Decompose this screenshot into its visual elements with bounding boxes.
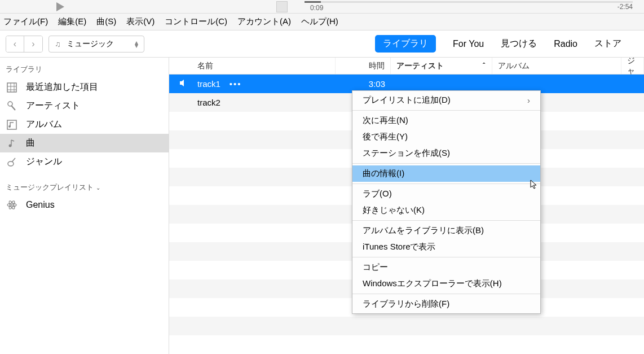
progress-bar[interactable] [305,1,633,3]
col-album[interactable]: アルバム [492,58,621,74]
sidebar-item-songs[interactable]: 曲 [0,134,169,152]
sidebar-item-recently-added[interactable]: 最近追加した項目 [0,78,169,97]
sidebar-item-albums[interactable]: アルバム [0,115,169,134]
chevron-right-icon: › [32,39,34,49]
col-name[interactable]: 名前 [169,58,336,74]
chevron-left-icon: ‹ [14,39,16,49]
sidebar-item-label: 最近追加した項目 [26,81,98,93]
atom-icon [6,199,18,211]
play-icon[interactable] [56,2,64,11]
category-label: ミュージック [67,39,114,49]
svg-rect-0 [7,83,16,92]
cm-play-next[interactable]: 次に再生(N) [352,112,540,129]
tab-library[interactable]: ライブラリ [375,35,436,53]
svg-point-10 [8,161,14,166]
svg-point-15 [11,204,13,206]
elapsed-time: 0:09 [310,4,323,12]
menu-file[interactable]: ファイル(F) [3,16,48,27]
sidebar-item-label: アルバム [26,119,62,130]
sidebar: ライブラリ 最近追加した項目 アーティスト アルバム 曲 ジャンル ミュージック… [0,58,169,354]
cm-separator [352,183,540,184]
sidebar-item-genius[interactable]: Genius [0,196,169,214]
cm-show-explorer[interactable]: Windowsエクスプローラーで表示(H) [352,276,540,292]
cm-create-station[interactable]: ステーションを作成(S) [352,145,540,161]
remaining-time: -2:54 [617,3,633,11]
cm-dislike[interactable]: 好きじゃない(K) [352,202,540,218]
svg-line-6 [11,106,15,110]
cm-separator [352,110,540,111]
menu-edit[interactable]: 編集(E) [58,16,86,27]
tab-for-you[interactable]: For You [453,39,484,49]
context-menu: プレイリストに追加(D) › 次に再生(N) 後で再生(Y) ステーションを作成… [352,90,541,314]
chevron-right-icon: › [527,95,530,105]
svg-point-9 [9,144,12,147]
sort-ascending-icon: ˆ [483,62,485,70]
sidebar-item-artists[interactable]: アーティスト [0,97,169,115]
guitar-icon [6,156,18,168]
category-selector[interactable]: ♫ ミュージック ▴▾ [48,36,144,53]
menu-controls[interactable]: コントロール(C) [165,16,227,27]
table-row[interactable] [169,317,644,335]
menu-account[interactable]: アカウント(A) [237,16,291,27]
music-note-icon: ♫ [55,40,61,49]
menu-bar: ファイル(F) 編集(E) 曲(S) 表示(V) コントロール(C) アカウント… [0,14,644,30]
cm-show-store[interactable]: iTunes Storeで表示 [352,239,540,255]
album-art-mini[interactable] [276,1,288,12]
cell-name: track1••• [169,79,336,89]
back-button[interactable]: ‹ [6,36,24,52]
toolbar: ‹ › ♫ ミュージック ▴▾ ライブラリ For You 見つける Radio… [0,30,644,58]
cm-copy[interactable]: コピー [352,259,540,276]
menu-song[interactable]: 曲(S) [96,16,116,27]
forward-button[interactable]: › [24,36,42,52]
cm-separator [352,163,540,164]
updown-icon: ▴▾ [135,41,138,47]
menu-view[interactable]: 表示(V) [126,16,155,27]
progress-fill [305,1,321,3]
column-headers: 名前 時間 アーティスト ˆ アルバム ジャ [169,58,644,75]
col-time[interactable]: 時間 [336,58,391,74]
grid-icon [6,82,18,93]
chevron-down-icon: ⌄ [96,185,100,191]
tab-browse[interactable]: 見つける [501,38,537,50]
col-artist[interactable]: アーティスト ˆ [391,58,492,74]
tab-store[interactable]: ストア [594,38,621,50]
sidebar-item-label: 曲 [26,137,35,149]
cm-separator [352,257,540,257]
svg-point-8 [8,125,11,128]
player-bar: 0:09 -2:54 [0,0,644,14]
cm-show-album[interactable]: アルバムをライブラリに表示(B) [352,222,540,239]
cm-love[interactable]: ラブ(O) [352,186,540,202]
sidebar-library-header: ライブラリ [0,61,169,78]
cm-song-info[interactable]: 曲の情報(I) [352,165,540,182]
tab-radio[interactable]: Radio [554,39,577,49]
track-name: track1 [197,79,220,89]
table-row[interactable] [169,335,644,354]
nav-buttons: ‹ › [6,36,43,53]
mic-icon [6,100,18,112]
speaker-icon [179,79,188,89]
cm-delete[interactable]: ライブラリから削除(F) [352,296,540,312]
album-icon [6,119,18,130]
cell-name: track2 [169,98,336,107]
more-icon[interactable]: ••• [230,79,242,89]
main-tabs: ライブラリ For You 見つける Radio ストア [375,35,638,53]
cm-play-later[interactable]: 後で再生(Y) [352,129,540,145]
sidebar-playlists-header[interactable]: ミュージックプレイリスト ⌄ [0,179,169,196]
track-name: track2 [197,98,220,107]
svg-rect-7 [7,120,16,129]
cm-separator [352,294,540,294]
menu-help[interactable]: ヘルプ(H) [301,16,338,27]
cm-separator [352,220,540,221]
col-genre[interactable]: ジャ [621,58,644,74]
sidebar-item-genres[interactable]: ジャンル [0,152,169,171]
svg-line-11 [12,158,15,162]
cell-time: 3:03 [336,79,391,89]
sidebar-item-label: アーティスト [26,100,80,112]
sidebar-item-label: Genius [26,200,55,210]
note-icon [6,138,18,149]
sidebar-item-label: ジャンル [26,156,62,168]
cm-add-to-playlist[interactable]: プレイリストに追加(D) › [352,92,540,108]
